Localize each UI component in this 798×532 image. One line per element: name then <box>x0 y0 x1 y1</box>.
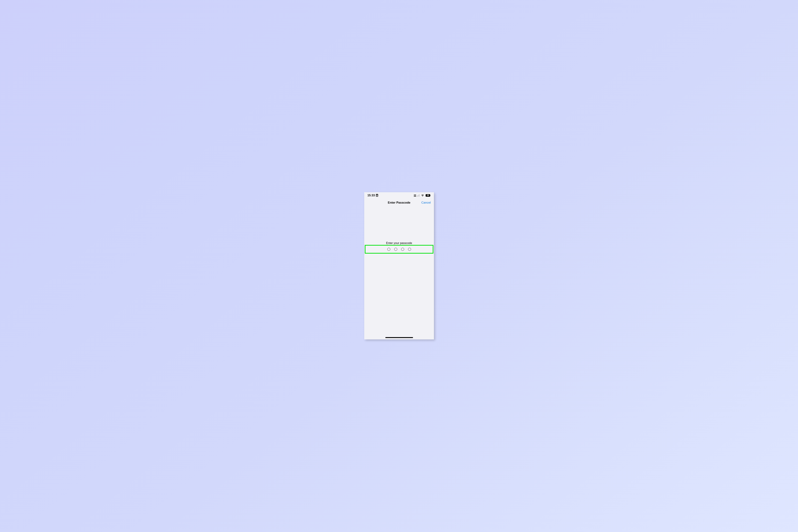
battery-icon: 38 <box>425 194 431 197</box>
passcode-dot[interactable] <box>401 248 404 251</box>
battery-level-label: 38 <box>425 194 430 197</box>
signal-bars-icon <box>417 194 420 197</box>
dual-sim-icon <box>414 194 416 197</box>
passcode-prompt: Enter your passcode <box>364 242 434 245</box>
home-indicator[interactable] <box>385 337 413 338</box>
passcode-dot[interactable] <box>408 248 411 251</box>
stage: 15:33 38 <box>280 186 518 346</box>
passcode-dot[interactable] <box>394 248 397 251</box>
status-clock: 15:33 <box>367 194 375 197</box>
status-right: 38 <box>414 194 431 197</box>
nav-title: Enter Passcode <box>388 201 411 205</box>
contact-card-icon <box>376 194 378 197</box>
cellular-group-icon <box>414 194 420 197</box>
nav-bar: Enter Passcode Cancel <box>364 198 434 207</box>
passcode-dot[interactable] <box>387 248 390 251</box>
wifi-icon <box>421 194 424 197</box>
phone-frame: 15:33 38 <box>364 192 434 339</box>
status-bar: 15:33 38 <box>364 192 434 198</box>
cancel-button[interactable]: Cancel <box>421 201 431 205</box>
status-left: 15:33 <box>367 194 378 197</box>
passcode-dots-highlight <box>365 245 433 253</box>
